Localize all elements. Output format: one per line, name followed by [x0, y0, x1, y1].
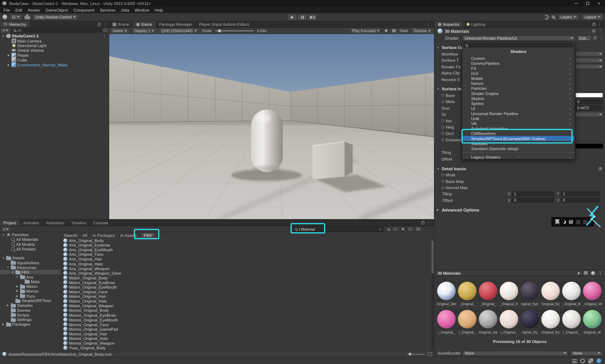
folder-item[interactable]: All Prefabs: [0, 247, 61, 251]
color-swatch[interactable]: [575, 93, 603, 98]
shader-menu-item[interactable]: Autodesk Interactive: [463, 126, 574, 131]
expand-arrow[interactable]: ▼: [15, 276, 19, 278]
folder-item[interactable]: ▶ Momoi: [0, 289, 61, 294]
scene-visibility-icon[interactable]: [103, 29, 108, 31]
row-action-icon[interactable]: ⋮: [102, 34, 106, 38]
lock-icon[interactable]: [593, 37, 596, 39]
asset-row[interactable]: Midori_Original_Body: [63, 275, 432, 280]
material-thumbnail[interactable]: _Original_B: [561, 281, 582, 309]
detail-texture-row[interactable]: Normal Map: [434, 184, 605, 191]
folder-item[interactable]: Scenes: [0, 308, 61, 312]
tiling-x-field[interactable]: 1: [512, 192, 554, 196]
menu-item[interactable]: Jobs: [118, 8, 132, 12]
asset-row[interactable]: Momoi_Original_Weapon: [63, 341, 432, 346]
material-thumbnail[interactable]: i_Original_: [457, 309, 478, 337]
shader-search-input[interactable]: [463, 43, 573, 48]
color-swatch[interactable]: [575, 144, 603, 149]
folder-item[interactable]: InputActions: [0, 260, 61, 265]
material-thumbnail[interactable]: Original_Ey: [540, 281, 561, 309]
texture-slot-icon[interactable]: [441, 119, 444, 122]
shader-menu-item[interactable]: SimpleURPToonLitExample(With Outline): [463, 136, 574, 141]
minimize-button[interactable]: [570, 0, 582, 7]
mute-audio-icon[interactable]: [385, 29, 388, 32]
asset-row[interactable]: Momoi_Original_Body: [63, 308, 432, 313]
expand-arrow[interactable]: ▼: [11, 271, 14, 273]
material-thumbnail[interactable]: i_Original_: [498, 309, 519, 337]
ime-mode-indicator[interactable]: 英: [555, 218, 560, 225]
cloud-icon[interactable]: [24, 16, 30, 19]
material-menu-icon[interactable]: ⋮: [599, 36, 603, 40]
menu-item[interactable]: Component: [71, 8, 97, 12]
asset-row[interactable]: Momoi_Original_EyeBrow: [63, 313, 432, 317]
folder-item[interactable]: ▶ Samples: [0, 303, 61, 308]
lock-icon[interactable]: [592, 24, 595, 26]
create-asset-button[interactable]: +: [2, 227, 10, 232]
texture-slot-icon[interactable]: [441, 180, 444, 182]
preview-eye-icon[interactable]: [393, 228, 398, 230]
asset-row[interactable]: Aris_Original_EyeMouth: [63, 247, 432, 252]
asset-row[interactable]: Midori_Original_Hair: [63, 294, 432, 299]
texture-slot-icon[interactable]: [441, 132, 444, 135]
preview-sphere-icon[interactable]: [591, 271, 595, 275]
shader-menu-item[interactable]: FX: [463, 66, 574, 71]
shader-menu-item[interactable]: Standard: [463, 141, 574, 146]
dropdown-fragment[interactable]: [575, 52, 603, 56]
ime-key-indicator[interactable]: 鍵: [569, 219, 574, 225]
preview-layers-icon[interactable]: [584, 271, 588, 275]
offset-x-field[interactable]: 0: [512, 198, 554, 203]
folder-item[interactable]: ▼ Assets: [0, 256, 61, 260]
folder-item[interactable]: SimpleURPToon: [0, 298, 61, 303]
search-by-type-icon[interactable]: [387, 228, 390, 230]
search-icon[interactable]: [552, 15, 555, 18]
texture-slot-icon[interactable]: [441, 139, 444, 141]
pause-button[interactable]: [297, 14, 307, 21]
shader-menu-item[interactable]: Nature: [463, 81, 574, 86]
menu-item[interactable]: GameObject: [42, 8, 71, 12]
list-view-icon[interactable]: [428, 352, 432, 356]
shader-menu-item[interactable]: Sprites: [463, 101, 574, 106]
preview-menu-icon[interactable]: ⋮: [598, 271, 602, 275]
saved-search-star-icon[interactable]: [401, 227, 405, 231]
expand-arrow[interactable]: ▶: [7, 63, 10, 66]
folder-item[interactable]: Scripts: [0, 312, 61, 317]
expand-arrow[interactable]: ▼: [2, 257, 5, 259]
shader-dropdown[interactable]: Universal Render Pipeline/Lit: [462, 36, 575, 41]
asset-row[interactable]: Midori_Original_Face: [63, 289, 432, 294]
help-icon[interactable]: ?: [598, 167, 602, 171]
collab-status-icon[interactable]: [596, 359, 601, 363]
folder-item[interactable]: All Materials: [0, 237, 61, 242]
detail-texture-row[interactable]: Base Map: [434, 178, 605, 185]
folder-item[interactable]: ▶ Yuzu: [0, 294, 61, 298]
expand-arrow[interactable]: ▶: [7, 54, 10, 57]
panel-menu-icon[interactable]: ⋮: [427, 220, 431, 224]
grid-icon[interactable]: [589, 359, 593, 363]
row-action-icon[interactable]: ›: [105, 62, 107, 67]
expand-arrow[interactable]: ▶: [6, 304, 10, 307]
hidden-count-icon[interactable]: [408, 228, 412, 230]
inspector-tab[interactable]: Lighting: [463, 21, 489, 27]
folder-item[interactable]: All Models: [0, 242, 61, 247]
asset-row[interactable]: Midori_Original_Weapon: [63, 303, 432, 308]
scale-slider[interactable]: [215, 30, 254, 31]
maximize-button[interactable]: [582, 0, 593, 7]
folder-item[interactable]: ▼ Favorites: [0, 232, 61, 237]
asset-row[interactable]: Momoi_Original_Face: [63, 322, 432, 327]
bottom-tab[interactable]: Animation: [43, 220, 68, 226]
material-thumbnail[interactable]: _Original_: [478, 281, 498, 309]
asset-row[interactable]: Momoi_Original_EyeMouth: [63, 317, 432, 322]
preview-play-icon[interactable]: [578, 272, 580, 275]
asset-row[interactable]: Aris_Original_Hair: [63, 257, 432, 261]
material-thumbnail[interactable]: i_Original_: [561, 309, 582, 337]
inspector-tab[interactable]: Inspector: [434, 21, 463, 27]
material-thumbnail[interactable]: i_Original_: [436, 309, 457, 337]
asset-row[interactable]: Momoi_Original_GamePad: [63, 327, 432, 331]
layout-dropdown[interactable]: Layout: [582, 14, 603, 20]
panel-menu-icon[interactable]: ⋮: [598, 22, 602, 26]
search-term-chip[interactable]: 'FBX': [141, 233, 154, 237]
asset-row[interactable]: Midori_Original_EyeMouth: [63, 285, 432, 289]
texture-slot-icon[interactable]: [441, 126, 444, 128]
shader-menu-item[interactable]: Custom: [463, 55, 574, 61]
menu-item[interactable]: Window: [132, 8, 152, 12]
offset-y-field[interactable]: 0: [561, 198, 600, 203]
advanced-options-foldout[interactable]: ▶Advanced Options: [434, 207, 605, 212]
